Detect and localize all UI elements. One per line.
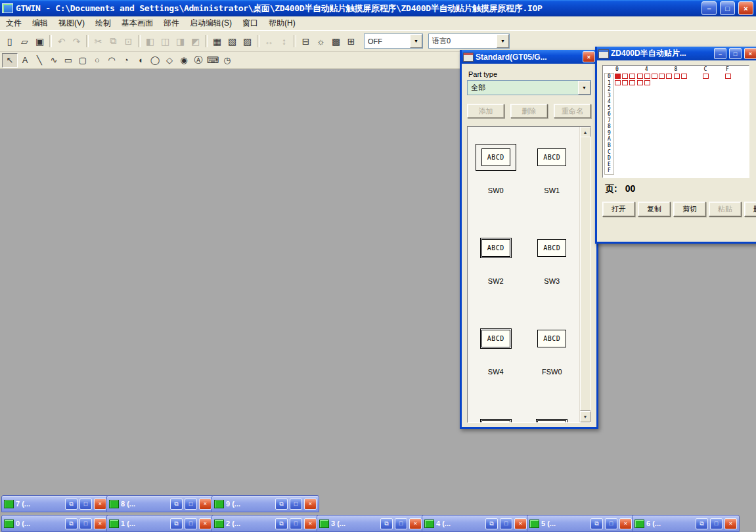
minimized-window-4[interactable]: 4 (...⧉□× [422, 515, 529, 532]
close-button[interactable]: × [199, 499, 211, 510]
menu-item-0[interactable]: 文件 [1, 16, 27, 31]
restore-button[interactable]: ⧉ [65, 518, 78, 529]
circle-tool[interactable]: ○ [90, 54, 104, 67]
align-center-button[interactable]: ◫ [158, 34, 173, 49]
close-button[interactable]: × [94, 518, 106, 529]
screen-cell-13[interactable] [637, 80, 643, 85]
align-left-button[interactable]: ◧ [143, 34, 158, 49]
minimize-button[interactable]: – [701, 1, 717, 15]
screen-cell-08[interactable] [674, 74, 680, 79]
dither-button[interactable]: ▩ [328, 34, 344, 49]
menu-item-7[interactable]: 窗口 [237, 16, 263, 31]
minimized-window-1[interactable]: 1 (...⧉□× [106, 515, 214, 532]
screen-cell-14[interactable] [644, 80, 650, 85]
restore-button[interactable]: ⧉ [590, 518, 603, 529]
close-button[interactable]: × [304, 499, 317, 510]
cut-button[interactable]: ✂ [91, 34, 106, 49]
send-to-back-button[interactable]: ▨ [240, 34, 255, 49]
fill-tool[interactable]: ◉ [177, 54, 191, 67]
maximize-button[interactable]: □ [720, 1, 735, 15]
minimized-window-7[interactable]: 7 (...⧉□× [1, 495, 109, 512]
screen-cell-10[interactable] [615, 80, 621, 85]
part-type-combo[interactable]: 全部 ▼ [467, 80, 591, 95]
grid-button[interactable]: ⊞ [344, 34, 359, 49]
screen-cell-0C[interactable] [703, 74, 709, 79]
clock-tool[interactable]: ◷ [220, 54, 234, 67]
select-tool[interactable]: ↖ [2, 53, 18, 68]
screen-cell-06[interactable] [659, 74, 665, 79]
keyboard-tool[interactable]: ⌨ [206, 54, 220, 67]
close-button[interactable]: × [199, 518, 211, 529]
cut-screen-button[interactable]: 剪切 [673, 202, 706, 217]
dropdown-arrow-icon[interactable]: ▼ [410, 34, 422, 48]
chord-tool[interactable]: ◖ [133, 54, 148, 67]
paste-button[interactable]: ⊡ [121, 34, 136, 49]
text-tool[interactable]: A [18, 54, 32, 67]
rounded-rectangle-tool[interactable]: ▢ [76, 54, 90, 67]
maximize-button[interactable]: □ [290, 518, 302, 529]
paste-screen-button[interactable]: 粘贴 [709, 202, 742, 217]
screen-cell-02[interactable] [629, 74, 635, 79]
minimized-window-3[interactable]: 3 (...⧉□× [317, 515, 424, 532]
part-item-sw2[interactable]: ABCDSW2 [468, 219, 524, 309]
menu-item-2[interactable]: 视图(V) [53, 16, 90, 31]
pie-tool[interactable]: ◔ [119, 54, 133, 67]
part-item-sw3[interactable]: ABCDSW3 [524, 219, 581, 309]
text-frame-tool[interactable]: Ⓐ [191, 54, 206, 67]
close-button[interactable]: × [619, 518, 632, 529]
screen-cell-12[interactable] [629, 80, 635, 85]
restore-button[interactable]: ⧉ [170, 518, 183, 529]
close-button[interactable]: × [304, 518, 317, 529]
maximize-button[interactable]: □ [79, 499, 92, 510]
maximize-button[interactable]: □ [185, 518, 197, 529]
ellipse-tool[interactable]: ◯ [148, 54, 162, 67]
maximize-button[interactable]: □ [395, 518, 407, 529]
screen-cell-05[interactable] [652, 74, 657, 79]
close-button[interactable]: × [724, 518, 737, 529]
restore-button[interactable]: ⧉ [696, 518, 708, 529]
restore-button[interactable]: ⧉ [275, 499, 288, 510]
close-button[interactable]: × [514, 518, 527, 529]
screen-cell-07[interactable] [666, 74, 672, 79]
delete-screen-button[interactable]: 删除 [744, 202, 756, 217]
scroll-down-icon[interactable]: ▼ [580, 411, 590, 422]
group-button[interactable]: ▦ [210, 34, 225, 49]
align-top-button[interactable]: ◩ [188, 34, 203, 49]
maximize-button[interactable]: □ [500, 518, 512, 529]
restore-button[interactable]: ⧉ [380, 518, 393, 529]
save-button[interactable]: ▣ [32, 34, 47, 49]
restore-button[interactable]: ⧉ [170, 499, 183, 510]
add-part-button[interactable]: 添加 [467, 104, 504, 118]
part-item-fsw0[interactable]: ABCDFSW0 [524, 309, 581, 400]
flip-vertical-button[interactable]: ↕ [277, 34, 292, 49]
minimized-window-8[interactable]: 8 (...⧉□× [106, 495, 214, 512]
new-button[interactable]: ▯ [2, 34, 17, 49]
menu-item-6[interactable]: 启动编辑(S) [185, 16, 237, 31]
close-button[interactable]: × [94, 499, 106, 510]
maximize-button[interactable]: □ [710, 518, 723, 529]
parts-scrollbar[interactable]: ▲ ▼ [579, 127, 590, 422]
parts-window-titlebar[interactable]: Standard(GT05/G... × [462, 50, 596, 64]
app-titlebar[interactable]: GTWIN - C:\Documents and Settings\Admini… [0, 0, 756, 16]
open-button[interactable]: ▱ [17, 34, 32, 49]
print-button[interactable]: ⊟ [298, 34, 313, 49]
align-right-button[interactable]: ◨ [173, 34, 188, 49]
copy-button[interactable]: ⧉ [106, 34, 121, 49]
redo-button[interactable]: ↷ [69, 34, 84, 49]
arc-tool[interactable]: ◠ [104, 54, 119, 67]
screen-window-minimize-button[interactable]: – [714, 48, 726, 59]
open-screen-button[interactable]: 打开 [602, 202, 635, 217]
menu-item-4[interactable]: 基本画面 [116, 16, 158, 31]
maximize-button[interactable]: □ [79, 518, 92, 529]
close-button[interactable]: × [409, 518, 422, 529]
part-item-fsw1[interactable]: ABCDFSW1 [468, 400, 524, 423]
screen-cell-01[interactable] [622, 74, 628, 79]
restore-button[interactable]: ⧉ [65, 499, 78, 510]
restore-button[interactable]: ⧉ [485, 518, 498, 529]
minimized-window-2[interactable]: 2 (...⧉□× [211, 515, 319, 532]
screen-window-titlebar[interactable]: ZD400D半自动贴片... – □ × [597, 47, 756, 60]
part-item-sw1[interactable]: ABCDSW1 [524, 128, 581, 219]
part-item-sw0[interactable]: ABCDSW0 [468, 128, 524, 219]
menu-item-8[interactable]: 帮助(H) [263, 16, 301, 31]
minimized-window-9[interactable]: 9 (...⧉□× [211, 495, 319, 512]
